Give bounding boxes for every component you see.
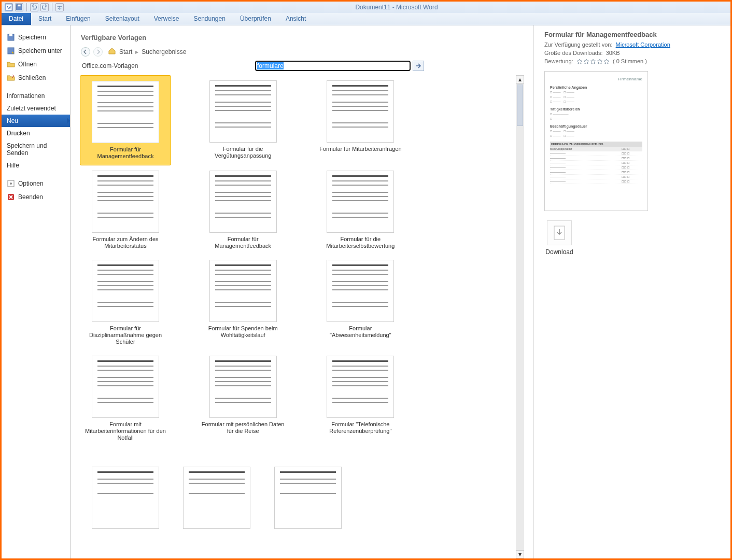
qat-customize-icon[interactable] (55, 3, 64, 11)
ribbon-tab-file[interactable]: Datei (2, 13, 31, 25)
template-thumbnail (92, 467, 159, 529)
template-thumbnail (209, 356, 277, 418)
search-go-button[interactable] (413, 61, 424, 71)
search-input[interactable] (255, 61, 411, 71)
template-thumbnail (274, 467, 342, 529)
ribbon-tab-view[interactable]: Ansicht (278, 13, 313, 25)
template-label: Formular mit Mitarbeiterinformationen fü… (82, 421, 169, 444)
template-cell[interactable]: Formular für Managementfeedback (80, 75, 171, 165)
scroll-up-icon[interactable]: ▴ (516, 75, 524, 83)
template-thumbnail (209, 171, 277, 233)
sidebar-item-recent[interactable]: Zuletzt verwendet (2, 102, 70, 115)
nav-forward-button[interactable] (93, 47, 103, 57)
template-thumbnail (327, 260, 394, 322)
sidebar-item-options[interactable]: Optionen (2, 177, 70, 190)
scroll-down-icon[interactable]: ▾ (516, 550, 524, 558)
saveas-icon (7, 47, 15, 55)
open-icon (7, 60, 15, 68)
template-cell[interactable]: Formular mit persönlichen Daten für die … (198, 351, 289, 446)
sidebar-item-close[interactable]: Schließen (2, 71, 70, 85)
sidebar-item-label: Neu (7, 117, 18, 124)
template-label: Formular für Disziplinarmaßnahme gegen S… (82, 325, 169, 348)
undo-icon[interactable] (30, 3, 38, 11)
sidebar-item-open[interactable]: Öffnen (2, 58, 70, 71)
ribbon-tab-insert[interactable]: Einfügen (59, 13, 97, 25)
search-row: Office.com-Vorlagen (80, 61, 524, 71)
sidebar-item-label: Schließen (18, 74, 46, 81)
sidebar-item-exit[interactable]: Beenden (2, 190, 70, 204)
home-icon[interactable] (108, 47, 116, 57)
rating-stars[interactable] (576, 59, 610, 65)
preview-rating: Bewertung: ( 0 Stimmen ) (544, 58, 720, 65)
template-thumbnail (183, 467, 250, 529)
center-panel: Verfügbare Vorlagen Start ▸ Suchergebnis… (71, 25, 533, 558)
template-label: Formular für die Mitarbeiterselbstbewert… (317, 236, 404, 253)
template-cell[interactable]: Formular für die Mitarbeiterselbstbewert… (315, 165, 406, 255)
sidebar-item-label: Beenden (18, 193, 43, 201)
nav-back-button[interactable] (81, 47, 90, 57)
template-cell[interactable]: Formular für Disziplinarmaßnahme gegen S… (80, 255, 171, 351)
ribbon-tab-mailings[interactable]: Sendungen (186, 13, 232, 25)
template-cell[interactable] (171, 461, 262, 534)
sidebar-item-help[interactable]: Hilfe (2, 159, 70, 172)
template-cell[interactable]: Formular "Telefonische Referenzenüberprü… (315, 351, 406, 446)
sidebar-item-save[interactable]: Speichern (2, 31, 70, 44)
ribbon-tab-pagelayout[interactable]: Seitenlayout (98, 13, 147, 25)
sidebar-item-share[interactable]: Speichern und Senden (2, 139, 70, 159)
template-thumbnail (92, 260, 159, 322)
grid-scrollbar[interactable]: ▴ ▾ (516, 75, 524, 558)
sidebar-item-label: Speichern unter (18, 47, 62, 54)
quick-access-toolbar: W Dokument11 - Microsoft Word (2, 2, 730, 13)
template-thumbnail (92, 356, 159, 418)
breadcrumb-bar: Start ▸ Suchergebnisse (80, 45, 524, 59)
templates-grid-wrap: Formular für ManagementfeedbackFormular … (80, 75, 524, 558)
template-cell[interactable] (262, 461, 354, 534)
template-label: Formular für die Vergütungsanpassung (200, 146, 287, 162)
ribbon-tab-start[interactable]: Start (31, 13, 59, 25)
download-button[interactable]: Download (544, 220, 574, 256)
template-cell[interactable]: Formular für die Vergütungsanpassung (198, 75, 289, 165)
preview-title: Formular für Managementfeedback (544, 31, 720, 38)
sidebar-item-label: Speichern und Senden (7, 142, 65, 157)
template-thumbnail (327, 356, 394, 418)
sidebar-item-label: Hilfe (7, 162, 19, 169)
save-icon[interactable] (15, 3, 23, 11)
sidebar-item-info[interactable]: Informationen (2, 90, 70, 102)
sidebar-item-label: Zuletzt verwendet (7, 105, 56, 112)
word-icon: W (5, 3, 13, 11)
sidebar-item-label: Öffnen (18, 61, 37, 68)
sidebar-item-label: Informationen (7, 92, 45, 100)
template-label: Formular für Managementfeedback (82, 146, 168, 163)
save-icon (7, 33, 15, 41)
svg-text:W: W (7, 5, 12, 10)
svg-point-8 (10, 183, 12, 185)
provider-link[interactable]: Microsoft Corporation (616, 41, 670, 48)
ribbon-tab-review[interactable]: Überprüfen (233, 13, 278, 25)
preview-thumbnail: Firmenname Persönliche Angaben ☐ ———☐ ——… (544, 71, 648, 211)
template-cell[interactable]: Formular zum Ändern des Mitarbeiterstatu… (80, 165, 171, 255)
redo-icon[interactable] (40, 3, 49, 11)
template-cell[interactable]: Formular mit Mitarbeiterinformationen fü… (80, 351, 171, 446)
template-thumbnail (209, 260, 277, 322)
close-icon (7, 74, 15, 82)
template-label: Formular "Telefonische Referenzenüberprü… (317, 421, 404, 438)
crumb-home[interactable]: Start (119, 48, 132, 55)
ribbon-tab-references[interactable]: Verweise (147, 13, 187, 25)
templates-grid: Formular für ManagementfeedbackFormular … (80, 75, 432, 446)
sidebar-item-print[interactable]: Drucken (2, 127, 70, 139)
sidebar-item-new[interactable]: Neu (2, 115, 70, 127)
svg-rect-3 (18, 5, 20, 7)
template-cell[interactable]: Formular "Abwesenheitsmeldung" (315, 255, 406, 351)
sidebar-item-label: Optionen (18, 180, 44, 187)
template-cell[interactable] (80, 461, 171, 534)
download-label: Download (544, 248, 574, 256)
template-cell[interactable]: Formular für Spenden beim Wohltätigkeits… (198, 255, 289, 351)
sidebar-item-label: Speichern (18, 34, 46, 41)
sidebar-item-saveas[interactable]: Speichern unter (2, 44, 70, 58)
chevron-right-icon: ▸ (135, 48, 138, 55)
scrollbar-thumb[interactable] (517, 85, 523, 126)
qat-separator (52, 3, 52, 11)
template-cell[interactable]: Formular für Managementfeedback (198, 165, 289, 255)
template-label: Formular mit persönlichen Daten für die … (200, 421, 287, 438)
template-cell[interactable]: Formular für Mitarbeiteranfragen (315, 75, 406, 165)
